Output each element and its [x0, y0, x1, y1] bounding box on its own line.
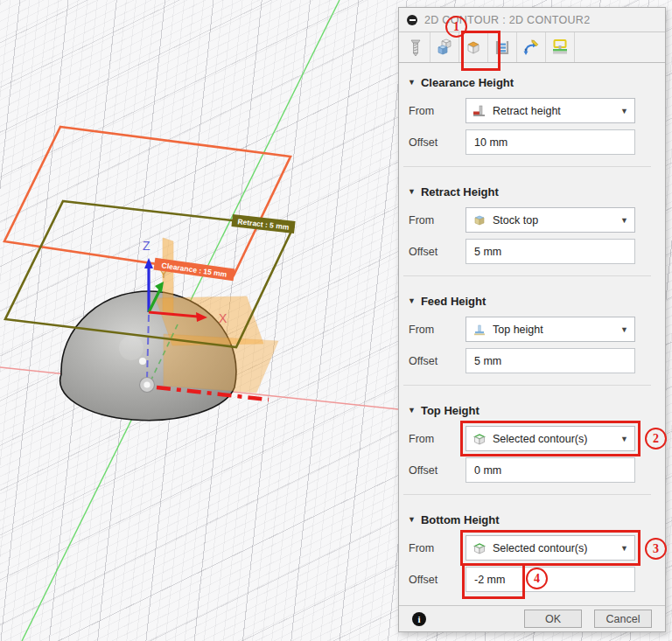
top-offset-input[interactable]	[466, 457, 635, 483]
tool-icon	[406, 38, 425, 57]
stock-top-icon	[472, 213, 486, 227]
clearance-offset-input[interactable]	[466, 129, 635, 155]
section-feed-height: ▼ Feed Height From Top height ▼ Offset	[399, 282, 665, 386]
retract-from-select[interactable]: Stock top ▼	[466, 207, 635, 233]
offset-row: Offset	[399, 129, 665, 155]
chevron-down-icon: ▼	[620, 216, 628, 225]
chevron-down-icon: ▼	[620, 544, 628, 553]
retract-height-icon	[472, 104, 486, 118]
z-axis-label: Z	[143, 239, 150, 253]
dome-soft-highlight	[119, 336, 144, 360]
annotation-callout-3: 3	[645, 538, 667, 560]
from-row: From Selected contour(s) ▼ 3	[399, 535, 665, 561]
annotation-callout-4: 4	[526, 568, 548, 589]
section-divider	[403, 494, 651, 495]
tab-passes[interactable]	[488, 32, 517, 62]
cancel-button[interactable]: Cancel	[594, 610, 652, 628]
bottom-from-select[interactable]: Selected contour(s) ▼ 3	[466, 535, 635, 561]
section-top-height: ▼ Top Height From Selected contour(s) ▼ …	[399, 391, 665, 495]
section-retract-height: ▼ Retract Height From Stock top ▼ Offset	[399, 172, 665, 276]
origin-point-center	[144, 381, 150, 387]
from-row: From Top height ▼	[399, 317, 665, 342]
offset-row: Offset	[399, 457, 665, 483]
geometry-icon	[435, 38, 454, 57]
clearance-plane-rect[interactable]	[4, 127, 290, 275]
feed-from-select[interactable]: Top height ▼	[466, 317, 635, 342]
tab-linking[interactable]	[517, 32, 546, 62]
chevron-down-icon: ▼	[620, 435, 628, 443]
top-from-select[interactable]: Selected contour(s) ▼ 2	[466, 426, 635, 451]
passes-icon	[493, 38, 512, 57]
collapse-triangle-icon: ▼	[408, 187, 416, 196]
dialog-tab-bar	[399, 32, 665, 63]
from-row: From Selected contour(s) ▼ 2	[399, 426, 665, 451]
section-divider	[403, 275, 651, 276]
fusion-canvas: Y Retract : 5 mm Clearance : 15 mm Z X	[0, 0, 672, 641]
from-row: From Stock top ▼	[399, 207, 665, 233]
viewport-3d-scene: Y Retract : 5 mm Clearance : 15 mm Z X	[0, 0, 398, 641]
dialog-header[interactable]: 2D CONTOUR : 2D CONTOUR2	[399, 8, 665, 32]
heights-icon	[464, 38, 483, 57]
triad-plane-xz	[164, 334, 278, 393]
offset-row: Offset 4	[399, 567, 665, 592]
collapse-triangle-icon: ▼	[408, 78, 416, 87]
section-clearance-height: ▼ Clearance Height From Retract height ▼…	[399, 63, 665, 167]
collapse-icon[interactable]	[407, 15, 417, 25]
offset-row: Offset	[399, 239, 665, 264]
section-divider	[403, 385, 651, 386]
x-axis-label: X	[219, 311, 228, 325]
annotation-callout-1: 1	[445, 16, 467, 38]
2d-contour-dialog: 2D CONTOUR : 2D CONTOUR2	[398, 7, 666, 632]
retract-offset-input[interactable]	[466, 239, 635, 264]
clearance-from-select[interactable]: Retract height ▼	[466, 98, 635, 123]
linking-icon	[522, 38, 541, 57]
section-header-retract[interactable]: ▼ Retract Height	[399, 172, 665, 200]
top-height-icon	[472, 323, 486, 337]
leads-icon	[550, 38, 570, 57]
section-divider	[403, 166, 651, 167]
offset-row: Offset	[399, 348, 665, 373]
tab-tool[interactable]	[402, 32, 430, 62]
section-header-clearance[interactable]: ▼ Clearance Height	[399, 63, 665, 91]
selected-contours-icon	[472, 541, 486, 555]
collapse-triangle-icon: ▼	[408, 515, 416, 524]
chevron-down-icon: ▼	[620, 325, 628, 334]
collapse-triangle-icon: ▼	[408, 296, 416, 305]
ok-button[interactable]: OK	[524, 610, 582, 628]
chevron-down-icon: ▼	[620, 107, 628, 115]
section-header-bottom[interactable]: ▼ Bottom Height	[399, 500, 665, 528]
feed-offset-input[interactable]	[466, 348, 635, 373]
tab-leads[interactable]	[546, 32, 575, 62]
tab-heights[interactable]	[459, 32, 488, 62]
collapse-triangle-icon: ▼	[408, 406, 416, 415]
section-bottom-height: ▼ Bottom Height From Selected contour(s)…	[399, 500, 665, 592]
annotation-callout-2: 2	[645, 428, 667, 449]
dialog-footer: i OK Cancel	[399, 605, 665, 631]
dome-specular-highlight	[139, 358, 146, 365]
selected-contours-icon	[472, 432, 486, 446]
info-icon[interactable]: i	[412, 612, 426, 626]
bottom-offset-input[interactable]	[466, 567, 635, 592]
from-row: From Retract height ▼	[399, 98, 665, 123]
retract-badge: Retract : 5 mm	[231, 214, 295, 233]
section-header-top[interactable]: ▼ Top Height	[399, 391, 665, 419]
section-header-feed[interactable]: ▼ Feed Height	[399, 282, 665, 310]
